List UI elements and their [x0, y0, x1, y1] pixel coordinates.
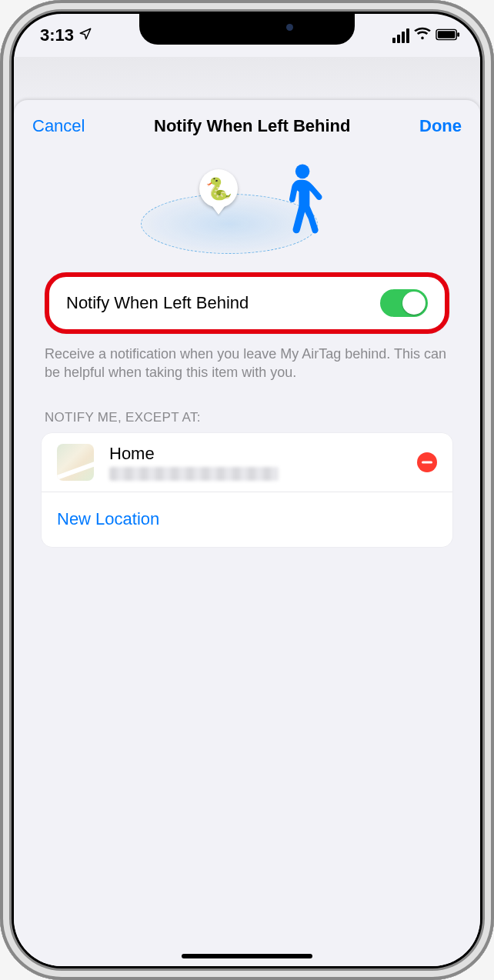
page-title: Notify When Left Behind	[154, 116, 350, 136]
home-indicator[interactable]	[182, 954, 312, 958]
svg-rect-1	[438, 31, 456, 38]
battery-icon	[436, 25, 460, 45]
notch	[139, 14, 355, 45]
exception-subtitle-redacted	[109, 467, 279, 481]
person-walking-icon	[276, 163, 324, 240]
switch-knob	[402, 292, 426, 315]
cancel-button[interactable]: Cancel	[32, 116, 85, 136]
exception-title: Home	[109, 444, 417, 464]
exception-row-home[interactable]: Home	[42, 433, 452, 492]
remove-exception-button[interactable]	[417, 452, 437, 472]
done-button[interactable]: Done	[419, 116, 462, 136]
item-emoji: 🐍	[205, 176, 232, 202]
status-time: 3:13	[40, 25, 74, 45]
notify-toggle-switch[interactable]	[380, 289, 428, 317]
notify-toggle-row[interactable]: Notify When Left Behind	[45, 272, 449, 334]
illustration: 🐍	[14, 149, 480, 265]
nav-bar: Cancel Notify When Left Behind Done	[14, 111, 480, 142]
cellular-signal-icon	[392, 28, 409, 43]
notify-toggle-label: Notify When Left Behind	[66, 293, 249, 313]
new-location-row[interactable]: New Location	[42, 492, 452, 547]
exceptions-header: NOTIFY ME, EXCEPT AT:	[45, 410, 449, 425]
location-arrow-icon	[78, 25, 92, 45]
notify-description: Receive a notification when you leave My…	[45, 345, 449, 382]
svg-rect-2	[457, 32, 459, 37]
map-thumbnail-icon	[57, 444, 94, 481]
new-location-label: New Location	[57, 509, 159, 529]
svg-point-3	[295, 165, 310, 179]
exceptions-list: Home New Location	[42, 433, 452, 547]
modal-sheet: Cancel Notify When Left Behind Done 🐍 No…	[14, 100, 480, 966]
wifi-icon	[414, 25, 431, 45]
item-pin-icon: 🐍	[199, 169, 238, 208]
